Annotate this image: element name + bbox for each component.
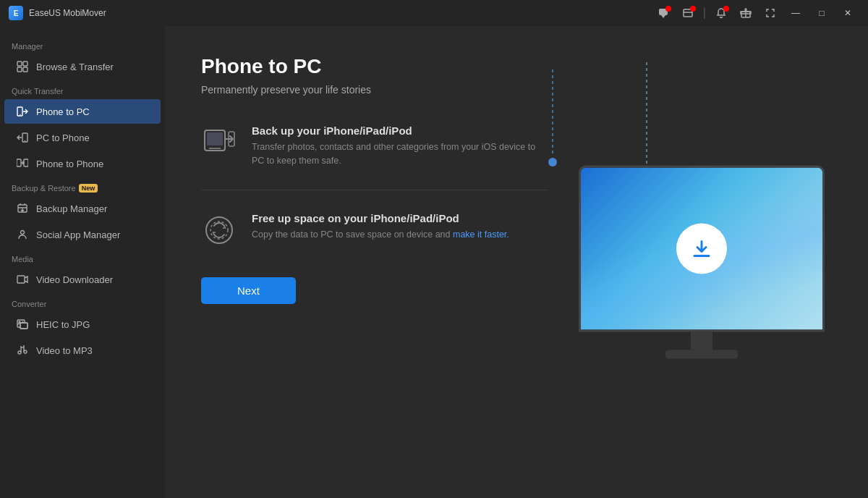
browse-transfer-label: Browse & Transfer (36, 62, 114, 72)
pc-to-phone-icon (16, 131, 29, 144)
video-to-mp3-label: Video to MP3 (36, 345, 93, 356)
svg-rect-7 (23, 67, 27, 72)
audio-convert-icon (16, 344, 29, 357)
heic-to-jpg-label: HEIC to JPG (36, 319, 90, 330)
pc-illustration (579, 166, 825, 359)
sidebar: Manager Browse & Transfer Quick Transfer… (0, 26, 165, 498)
sidebar-item-phone-to-phone[interactable]: Phone to Phone (4, 151, 161, 176)
video-downloader-label: Video Downloader (36, 274, 113, 285)
sidebar-item-backup-manager[interactable]: Backup Manager (4, 196, 161, 221)
phone-to-pc-icon (16, 105, 29, 118)
badge-3 (723, 6, 729, 12)
backup-manager-label: Backup Manager (36, 203, 107, 214)
svg-rect-10 (17, 159, 21, 166)
feature-backup: Back up your iPhone/iPad/iPod Transfer p… (201, 124, 548, 168)
section-converter: Converter (0, 292, 165, 311)
svg-point-27 (210, 221, 228, 239)
sidebar-item-phone-to-pc[interactable]: Phone to PC (4, 99, 161, 124)
maximize-button[interactable]: □ (810, 3, 833, 23)
svg-rect-14 (17, 276, 25, 283)
feature-freespace-text: Free up space on your iPhone/iPad/iPod C… (252, 212, 509, 242)
sidebar-item-browse-transfer[interactable]: Browse & Transfer (4, 54, 161, 79)
title-bar-left: E EaseUS MobiMover (9, 6, 106, 20)
main-layout: Manager Browse & Transfer Quick Transfer… (0, 26, 868, 498)
notification-icon-2[interactable] (677, 4, 699, 22)
feature-freespace-icon (201, 212, 237, 248)
close-button[interactable]: ✕ (836, 3, 859, 23)
sidebar-item-heic-to-jpg[interactable]: HEIC to JPG (4, 312, 161, 337)
app-logo: E (9, 6, 23, 20)
expand-icon[interactable] (760, 4, 781, 22)
svg-rect-5 (23, 62, 27, 66)
feature-freespace-title: Free up space on your iPhone/iPad/iPod (252, 212, 509, 224)
section-quick-transfer: Quick Transfer (0, 80, 165, 98)
page-subtitle: Permanently preserve your life stories (201, 84, 832, 96)
phone-to-phone-icon (16, 157, 29, 170)
pc-to-phone-label: PC to Phone (36, 132, 90, 143)
next-button[interactable]: Next (201, 277, 296, 304)
backup-icon (16, 202, 29, 215)
svg-point-13 (21, 231, 25, 235)
svg-rect-4 (17, 62, 22, 66)
page-title: Phone to PC (201, 55, 832, 78)
svg-point-16 (19, 321, 20, 323)
feature-freespace-desc: Copy the data to PC to save space on dev… (252, 228, 509, 242)
phone-to-phone-label: Phone to Phone (36, 159, 103, 169)
title-bar: E EaseUS MobiMover | — □ ✕ (0, 0, 868, 26)
sidebar-item-video-to-mp3[interactable]: Video to MP3 (4, 338, 161, 363)
svg-marker-1 (661, 15, 665, 18)
monitor-screen (581, 168, 822, 330)
svg-rect-6 (17, 67, 22, 72)
phone-to-pc-label: Phone to PC (36, 106, 90, 117)
sidebar-item-video-downloader[interactable]: Video Downloader (4, 267, 161, 292)
section-media: Media (0, 248, 165, 266)
content-area: Phone to PC Permanently preserve your li… (165, 26, 868, 498)
sidebar-item-pc-to-phone[interactable]: PC to Phone (4, 125, 161, 150)
highlight-text: make it faster. (453, 229, 509, 240)
download-icon (676, 224, 727, 274)
features-list: Back up your iPhone/iPad/iPod Transfer p… (201, 124, 548, 248)
new-badge: New (79, 184, 98, 193)
social-app-manager-label: Social App Manager (36, 229, 120, 240)
video-icon (16, 273, 29, 286)
feature-backup-icon (201, 124, 237, 161)
bell-icon[interactable] (710, 4, 732, 22)
monitor (579, 166, 825, 332)
sidebar-item-social-app-manager[interactable]: Social App Manager (4, 222, 161, 247)
section-manager: Manager (0, 35, 165, 54)
svg-rect-17 (20, 323, 27, 329)
app-title: EaseUS MobiMover (29, 8, 106, 18)
svg-rect-24 (207, 132, 223, 145)
social-icon (16, 228, 29, 241)
monitor-stand-neck (691, 332, 712, 350)
feature-backup-text: Back up your iPhone/iPad/iPod Transfer p… (252, 124, 548, 168)
decoration-lightning-1 (548, 69, 557, 174)
feature-backup-desc: Transfer photos, contacts and other cate… (252, 140, 548, 168)
section-backup-restore: Backup & Restore New (0, 177, 165, 195)
feature-freespace: Free up space on your iPhone/iPad/iPod C… (201, 212, 548, 248)
monitor-stand-base (665, 350, 738, 359)
badge-1 (665, 6, 671, 12)
svg-point-20 (548, 158, 557, 166)
gift-icon[interactable] (735, 4, 757, 22)
title-bar-controls: | — □ ✕ (652, 3, 859, 23)
badge-2 (690, 6, 696, 12)
notification-icon-1[interactable] (652, 4, 674, 22)
image-convert-icon (16, 318, 29, 331)
feature-divider (201, 190, 548, 190)
minimize-button[interactable]: — (784, 3, 807, 23)
feature-backup-title: Back up your iPhone/iPad/iPod (252, 124, 548, 137)
grid-icon (16, 60, 29, 73)
